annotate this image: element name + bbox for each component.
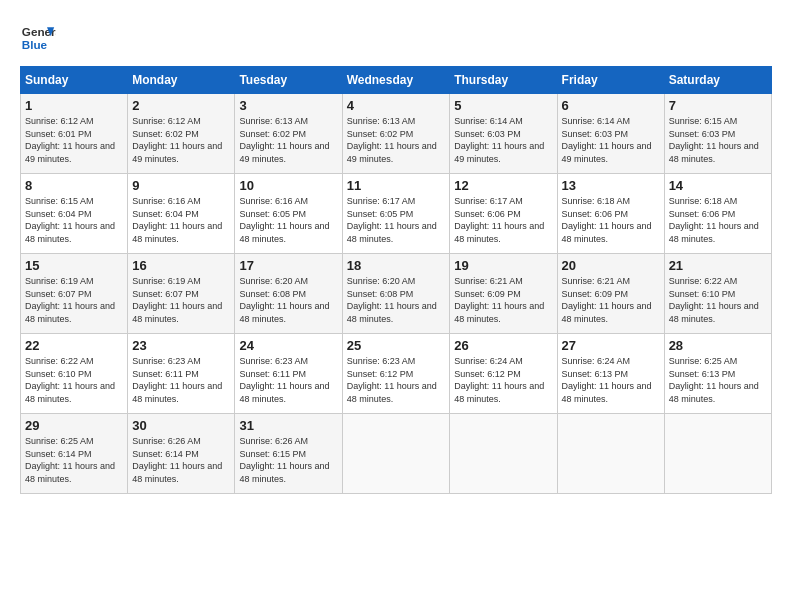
day-number: 31 bbox=[239, 418, 337, 433]
day-info: Sunrise: 6:23 AMSunset: 6:11 PMDaylight:… bbox=[132, 355, 230, 405]
day-number: 17 bbox=[239, 258, 337, 273]
day-number: 4 bbox=[347, 98, 446, 113]
day-number: 27 bbox=[562, 338, 660, 353]
calendar-cell: 13Sunrise: 6:18 AMSunset: 6:06 PMDayligh… bbox=[557, 174, 664, 254]
calendar-header-row: SundayMondayTuesdayWednesdayThursdayFrid… bbox=[21, 67, 772, 94]
day-info: Sunrise: 6:14 AMSunset: 6:03 PMDaylight:… bbox=[454, 115, 552, 165]
day-number: 19 bbox=[454, 258, 552, 273]
day-info: Sunrise: 6:13 AMSunset: 6:02 PMDaylight:… bbox=[239, 115, 337, 165]
calendar-cell: 11Sunrise: 6:17 AMSunset: 6:05 PMDayligh… bbox=[342, 174, 450, 254]
day-info: Sunrise: 6:26 AMSunset: 6:14 PMDaylight:… bbox=[132, 435, 230, 485]
day-info: Sunrise: 6:22 AMSunset: 6:10 PMDaylight:… bbox=[25, 355, 123, 405]
page-header: General Blue bbox=[20, 20, 772, 56]
day-info: Sunrise: 6:18 AMSunset: 6:06 PMDaylight:… bbox=[562, 195, 660, 245]
day-info: Sunrise: 6:15 AMSunset: 6:03 PMDaylight:… bbox=[669, 115, 767, 165]
calendar-week-row: 1Sunrise: 6:12 AMSunset: 6:01 PMDaylight… bbox=[21, 94, 772, 174]
day-number: 2 bbox=[132, 98, 230, 113]
calendar-cell: 28Sunrise: 6:25 AMSunset: 6:13 PMDayligh… bbox=[664, 334, 771, 414]
weekday-header-friday: Friday bbox=[557, 67, 664, 94]
day-info: Sunrise: 6:24 AMSunset: 6:13 PMDaylight:… bbox=[562, 355, 660, 405]
calendar-cell: 3Sunrise: 6:13 AMSunset: 6:02 PMDaylight… bbox=[235, 94, 342, 174]
day-info: Sunrise: 6:24 AMSunset: 6:12 PMDaylight:… bbox=[454, 355, 552, 405]
calendar-cell: 18Sunrise: 6:20 AMSunset: 6:08 PMDayligh… bbox=[342, 254, 450, 334]
weekday-header-tuesday: Tuesday bbox=[235, 67, 342, 94]
weekday-header-wednesday: Wednesday bbox=[342, 67, 450, 94]
calendar-cell: 2Sunrise: 6:12 AMSunset: 6:02 PMDaylight… bbox=[128, 94, 235, 174]
day-number: 13 bbox=[562, 178, 660, 193]
calendar-cell: 10Sunrise: 6:16 AMSunset: 6:05 PMDayligh… bbox=[235, 174, 342, 254]
day-info: Sunrise: 6:20 AMSunset: 6:08 PMDaylight:… bbox=[347, 275, 446, 325]
calendar-cell bbox=[450, 414, 557, 494]
day-number: 21 bbox=[669, 258, 767, 273]
calendar-week-row: 15Sunrise: 6:19 AMSunset: 6:07 PMDayligh… bbox=[21, 254, 772, 334]
calendar-cell: 20Sunrise: 6:21 AMSunset: 6:09 PMDayligh… bbox=[557, 254, 664, 334]
day-info: Sunrise: 6:19 AMSunset: 6:07 PMDaylight:… bbox=[132, 275, 230, 325]
calendar-cell: 23Sunrise: 6:23 AMSunset: 6:11 PMDayligh… bbox=[128, 334, 235, 414]
calendar-cell: 12Sunrise: 6:17 AMSunset: 6:06 PMDayligh… bbox=[450, 174, 557, 254]
day-info: Sunrise: 6:21 AMSunset: 6:09 PMDaylight:… bbox=[454, 275, 552, 325]
day-info: Sunrise: 6:26 AMSunset: 6:15 PMDaylight:… bbox=[239, 435, 337, 485]
calendar-cell: 27Sunrise: 6:24 AMSunset: 6:13 PMDayligh… bbox=[557, 334, 664, 414]
day-number: 20 bbox=[562, 258, 660, 273]
day-number: 11 bbox=[347, 178, 446, 193]
calendar-week-row: 29Sunrise: 6:25 AMSunset: 6:14 PMDayligh… bbox=[21, 414, 772, 494]
calendar-week-row: 22Sunrise: 6:22 AMSunset: 6:10 PMDayligh… bbox=[21, 334, 772, 414]
logo: General Blue bbox=[20, 20, 56, 56]
calendar-cell: 19Sunrise: 6:21 AMSunset: 6:09 PMDayligh… bbox=[450, 254, 557, 334]
day-info: Sunrise: 6:19 AMSunset: 6:07 PMDaylight:… bbox=[25, 275, 123, 325]
day-number: 15 bbox=[25, 258, 123, 273]
day-info: Sunrise: 6:25 AMSunset: 6:13 PMDaylight:… bbox=[669, 355, 767, 405]
calendar-cell: 24Sunrise: 6:23 AMSunset: 6:11 PMDayligh… bbox=[235, 334, 342, 414]
day-number: 23 bbox=[132, 338, 230, 353]
day-number: 10 bbox=[239, 178, 337, 193]
day-info: Sunrise: 6:23 AMSunset: 6:12 PMDaylight:… bbox=[347, 355, 446, 405]
day-info: Sunrise: 6:17 AMSunset: 6:06 PMDaylight:… bbox=[454, 195, 552, 245]
day-number: 8 bbox=[25, 178, 123, 193]
day-info: Sunrise: 6:15 AMSunset: 6:04 PMDaylight:… bbox=[25, 195, 123, 245]
day-number: 26 bbox=[454, 338, 552, 353]
calendar-cell: 6Sunrise: 6:14 AMSunset: 6:03 PMDaylight… bbox=[557, 94, 664, 174]
calendar-cell bbox=[557, 414, 664, 494]
calendar-cell: 16Sunrise: 6:19 AMSunset: 6:07 PMDayligh… bbox=[128, 254, 235, 334]
calendar-week-row: 8Sunrise: 6:15 AMSunset: 6:04 PMDaylight… bbox=[21, 174, 772, 254]
calendar-cell: 26Sunrise: 6:24 AMSunset: 6:12 PMDayligh… bbox=[450, 334, 557, 414]
day-info: Sunrise: 6:25 AMSunset: 6:14 PMDaylight:… bbox=[25, 435, 123, 485]
calendar-cell: 21Sunrise: 6:22 AMSunset: 6:10 PMDayligh… bbox=[664, 254, 771, 334]
day-info: Sunrise: 6:16 AMSunset: 6:05 PMDaylight:… bbox=[239, 195, 337, 245]
day-info: Sunrise: 6:23 AMSunset: 6:11 PMDaylight:… bbox=[239, 355, 337, 405]
calendar-cell bbox=[664, 414, 771, 494]
day-number: 9 bbox=[132, 178, 230, 193]
logo-icon: General Blue bbox=[20, 20, 56, 56]
calendar-cell: 31Sunrise: 6:26 AMSunset: 6:15 PMDayligh… bbox=[235, 414, 342, 494]
calendar-cell: 9Sunrise: 6:16 AMSunset: 6:04 PMDaylight… bbox=[128, 174, 235, 254]
day-info: Sunrise: 6:20 AMSunset: 6:08 PMDaylight:… bbox=[239, 275, 337, 325]
calendar-cell: 29Sunrise: 6:25 AMSunset: 6:14 PMDayligh… bbox=[21, 414, 128, 494]
day-number: 14 bbox=[669, 178, 767, 193]
calendar-cell: 14Sunrise: 6:18 AMSunset: 6:06 PMDayligh… bbox=[664, 174, 771, 254]
day-info: Sunrise: 6:21 AMSunset: 6:09 PMDaylight:… bbox=[562, 275, 660, 325]
day-number: 6 bbox=[562, 98, 660, 113]
calendar-cell: 4Sunrise: 6:13 AMSunset: 6:02 PMDaylight… bbox=[342, 94, 450, 174]
calendar-cell: 15Sunrise: 6:19 AMSunset: 6:07 PMDayligh… bbox=[21, 254, 128, 334]
day-number: 28 bbox=[669, 338, 767, 353]
day-number: 1 bbox=[25, 98, 123, 113]
calendar-cell: 8Sunrise: 6:15 AMSunset: 6:04 PMDaylight… bbox=[21, 174, 128, 254]
day-info: Sunrise: 6:14 AMSunset: 6:03 PMDaylight:… bbox=[562, 115, 660, 165]
day-info: Sunrise: 6:13 AMSunset: 6:02 PMDaylight:… bbox=[347, 115, 446, 165]
day-info: Sunrise: 6:18 AMSunset: 6:06 PMDaylight:… bbox=[669, 195, 767, 245]
day-number: 7 bbox=[669, 98, 767, 113]
calendar-cell bbox=[342, 414, 450, 494]
day-number: 29 bbox=[25, 418, 123, 433]
weekday-header-saturday: Saturday bbox=[664, 67, 771, 94]
day-number: 22 bbox=[25, 338, 123, 353]
day-number: 18 bbox=[347, 258, 446, 273]
day-info: Sunrise: 6:22 AMSunset: 6:10 PMDaylight:… bbox=[669, 275, 767, 325]
calendar-cell: 7Sunrise: 6:15 AMSunset: 6:03 PMDaylight… bbox=[664, 94, 771, 174]
calendar-cell: 17Sunrise: 6:20 AMSunset: 6:08 PMDayligh… bbox=[235, 254, 342, 334]
weekday-header-sunday: Sunday bbox=[21, 67, 128, 94]
day-number: 24 bbox=[239, 338, 337, 353]
day-number: 30 bbox=[132, 418, 230, 433]
calendar-cell: 25Sunrise: 6:23 AMSunset: 6:12 PMDayligh… bbox=[342, 334, 450, 414]
day-info: Sunrise: 6:16 AMSunset: 6:04 PMDaylight:… bbox=[132, 195, 230, 245]
day-number: 25 bbox=[347, 338, 446, 353]
